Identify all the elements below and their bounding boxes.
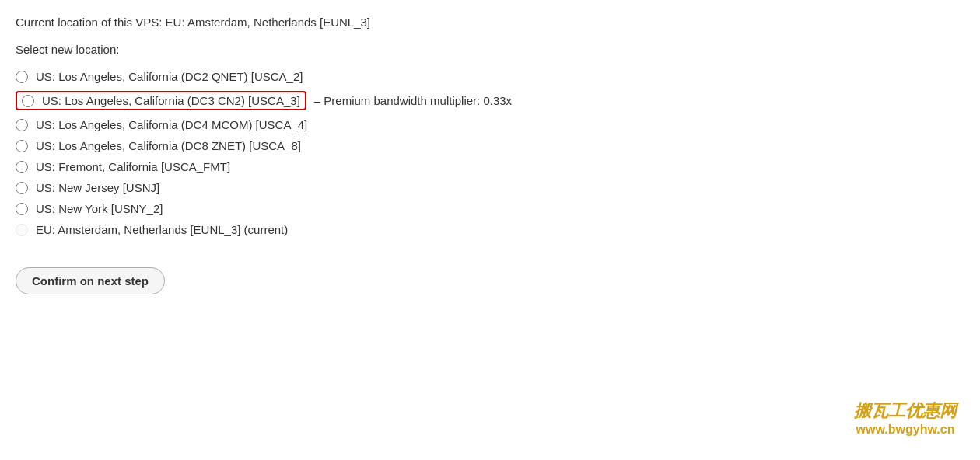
location-radio-USCA_2[interactable] — [16, 71, 28, 83]
select-location-label: Select new location: — [16, 43, 964, 56]
location-label: US: New York [USNY_2] — [36, 202, 163, 215]
location-label-wrapper[interactable]: EU: Amsterdam, Netherlands [EUNL_3] (cur… — [16, 223, 288, 236]
location-radio-USNJ[interactable] — [16, 182, 28, 194]
list-item: US: Fremont, California [USCA_FMT] — [16, 160, 964, 173]
list-item: US: New York [USNY_2] — [16, 202, 964, 215]
watermark-line2: www.bwgyhw.cn — [854, 423, 957, 437]
watermark: 搬瓦工优惠网 www.bwgyhw.cn — [854, 399, 957, 437]
confirm-button[interactable]: Confirm on next step — [16, 267, 165, 294]
location-label-wrapper[interactable]: US: Los Angeles, California (DC2 QNET) [… — [16, 70, 303, 83]
location-label-wrapper[interactable]: US: Fremont, California [USCA_FMT] — [16, 160, 230, 173]
location-label-wrapper[interactable]: US: New Jersey [USNJ] — [16, 181, 159, 194]
location-label: US: Fremont, California [USCA_FMT] — [36, 160, 230, 173]
location-label: US: New Jersey [USNJ] — [36, 181, 159, 194]
location-label-wrapper[interactable]: US: New York [USNY_2] — [16, 202, 163, 215]
location-radio-USNY_2[interactable] — [16, 203, 28, 215]
location-radio-USCA_FMT[interactable] — [16, 161, 28, 173]
location-label: US: Los Angeles, California (DC8 ZNET) [… — [36, 139, 301, 152]
watermark-line1: 搬瓦工优惠网 — [854, 399, 957, 423]
location-label: EU: Amsterdam, Netherlands [EUNL_3] (cur… — [36, 223, 288, 236]
premium-note: – Premium bandwidth multiplier: 0.33x — [314, 94, 512, 107]
location-label-wrapper[interactable]: US: Los Angeles, California (DC8 ZNET) [… — [16, 139, 301, 152]
list-item: US: Los Angeles, California (DC3 CN2) [U… — [16, 91, 964, 110]
location-radio-USCA_3[interactable] — [22, 95, 34, 107]
list-item: US: Los Angeles, California (DC8 ZNET) [… — [16, 139, 964, 152]
location-label: US: Los Angeles, California (DC2 QNET) [… — [36, 70, 303, 83]
list-item: US: Los Angeles, California (DC2 QNET) [… — [16, 70, 964, 83]
list-item: US: New Jersey [USNJ] — [16, 181, 964, 194]
list-item: EU: Amsterdam, Netherlands [EUNL_3] (cur… — [16, 223, 964, 236]
location-radio-EUNL_3 — [16, 224, 28, 236]
location-radio-USCA_8[interactable] — [16, 140, 28, 152]
location-label: US: Los Angeles, California (DC4 MCOM) [… — [36, 118, 307, 131]
location-list: US: Los Angeles, California (DC2 QNET) [… — [16, 70, 964, 236]
location-radio-USCA_4[interactable] — [16, 119, 28, 131]
location-label-wrapper[interactable]: US: Los Angeles, California (DC4 MCOM) [… — [16, 118, 307, 131]
list-item: US: Los Angeles, California (DC4 MCOM) [… — [16, 118, 964, 131]
current-location-text: Current location of this VPS: EU: Amster… — [16, 16, 964, 29]
highlighted-location-row: US: Los Angeles, California (DC3 CN2) [U… — [16, 91, 512, 110]
location-label: US: Los Angeles, California (DC3 CN2) [U… — [42, 94, 300, 107]
